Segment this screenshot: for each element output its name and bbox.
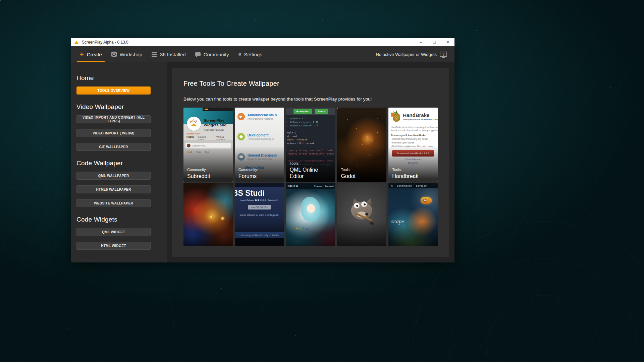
gif-wallpaper-button[interactable]: GIF WALLPAPER bbox=[76, 143, 151, 151]
sidebar-section-home: Home TOOLS OVERVIEW bbox=[76, 74, 167, 95]
sidebar-heading-code-widgets: Code Widgets bbox=[76, 216, 167, 223]
card-category: Tools: bbox=[290, 161, 334, 165]
card-shade bbox=[235, 183, 284, 246]
card-shade bbox=[286, 183, 335, 246]
card-label: Tools: QML Online Editor bbox=[290, 161, 334, 179]
card-title: Forums bbox=[238, 173, 282, 179]
nav-community-label: Community bbox=[204, 52, 229, 57]
card-obs-studio[interactable]: BS Studi Latest Release 26.0.2 - October… bbox=[235, 183, 284, 246]
qml-wallpaper-button[interactable]: QML WALLPAPER bbox=[76, 172, 151, 180]
nav-tab-installed[interactable]: 36 Installed bbox=[147, 46, 191, 62]
monitor-count-badge: 0 bbox=[442, 53, 444, 56]
maximize-button[interactable]: □ bbox=[428, 38, 441, 46]
sidebar-section-code-widgets: Code Widgets QML WIDGET HTML WIDGET bbox=[76, 216, 167, 250]
video-import-webm-button[interactable]: VIDEO IMPORT (.WEBM) bbox=[76, 129, 151, 137]
card-title: QML Online Editor bbox=[290, 167, 334, 179]
screenplay-window: ScreenPlay Alpha - 0.13.0 – □ × + Create… bbox=[71, 38, 454, 262]
card-title: Godot bbox=[341, 173, 385, 179]
monitor-icon: 0 bbox=[440, 52, 447, 57]
card-label: Tools: Handbreak bbox=[392, 168, 436, 179]
card-shade bbox=[183, 183, 233, 246]
sidebar-section-code-wallpaper: Code Wallpaper QML WALLPAPER HTML5 WALLP… bbox=[76, 160, 167, 207]
content-area: Free Tools To Create Wallpaper Below you… bbox=[167, 62, 454, 262]
desktop-stars-decoration bbox=[0, 0, 1, 1]
card-gimp[interactable]: Tools: bbox=[337, 183, 386, 246]
nav-create-label: Create bbox=[87, 52, 102, 57]
card-subreddit[interactable]: play Update icon ScreenPlay - Widgets an… bbox=[183, 108, 233, 182]
close-button[interactable]: × bbox=[441, 38, 454, 46]
nav-tab-community[interactable]: Community bbox=[191, 46, 234, 62]
card-inkscape[interactable]: N CONTRIBUTE DEVELOP scape Tools: bbox=[388, 183, 438, 246]
steam-workshop-icon bbox=[111, 52, 117, 57]
card-krita[interactable]: KRITA Features Download Tools: bbox=[286, 183, 335, 246]
tool-card-grid: play Update icon ScreenPlay - Widgets an… bbox=[183, 108, 438, 246]
video-import-convert-button[interactable]: VIDEO IMPORT AND CONVERT (ALL TYPES) bbox=[76, 115, 151, 123]
card-category: Community: bbox=[187, 168, 231, 172]
card-category: Tools: bbox=[392, 168, 436, 172]
window-controls: – □ × bbox=[414, 38, 454, 46]
card-godot[interactable]: Tools: Godot bbox=[337, 108, 386, 182]
page-title: Free Tools To Create Wallpaper bbox=[183, 80, 438, 87]
screenplay-logo-icon bbox=[74, 41, 79, 44]
card-title: Subreddit bbox=[187, 173, 231, 179]
tools-overview-button[interactable]: TOOLS OVERVIEW bbox=[76, 86, 151, 95]
card-qml-online-editor[interactable]: Examples Share t QtQuick 2.7 t QtQuick.L… bbox=[286, 108, 335, 182]
installed-stack-icon bbox=[152, 52, 157, 57]
card-category: Tools: bbox=[341, 168, 385, 172]
app-body: Home TOOLS OVERVIEW Video Wallpaper VIDE… bbox=[71, 62, 454, 262]
card-label: Community: Forums bbox=[238, 168, 282, 179]
card-label: Community: Subreddit bbox=[187, 168, 231, 179]
tools-panel: Free Tools To Create Wallpaper Below you… bbox=[172, 68, 449, 257]
card-handbrake[interactable]: HandBrake The open source video transcod… bbox=[388, 108, 438, 182]
chat-bubble-icon bbox=[195, 52, 201, 56]
window-title: ScreenPlay Alpha - 0.13.0 bbox=[82, 40, 128, 45]
qml-widget-button[interactable]: QML WIDGET bbox=[76, 228, 151, 236]
gear-icon bbox=[238, 53, 241, 56]
sidebar-heading-home: Home bbox=[76, 74, 167, 82]
active-wallpaper-status: No active Wallpaper or Widgets 0 bbox=[376, 52, 447, 57]
card-shade bbox=[388, 183, 438, 246]
nav-bar: + Create Workshop 36 Installed Community… bbox=[71, 46, 454, 62]
status-text: No active Wallpaper or Widgets bbox=[376, 52, 437, 57]
card-shade bbox=[337, 183, 386, 246]
nav-tab-create[interactable]: + Create bbox=[75, 46, 107, 62]
website-wallpaper-button[interactable]: WEBSITE WALLPAPER bbox=[76, 199, 151, 207]
sidebar-section-video-wallpaper: Video Wallpaper VIDEO IMPORT AND CONVERT… bbox=[76, 103, 167, 151]
sidebar-heading-code-wallpaper: Code Wallpaper bbox=[76, 160, 167, 167]
minimize-button[interactable]: – bbox=[414, 38, 428, 46]
html-widget-button[interactable]: HTML WIDGET bbox=[76, 242, 151, 250]
nav-tab-settings[interactable]: Settings bbox=[234, 46, 267, 62]
card-category: Community: bbox=[238, 168, 282, 172]
nav-tab-workshop[interactable]: Workshop bbox=[107, 46, 147, 62]
plus-icon: + bbox=[80, 51, 84, 58]
sidebar-heading-video-wallpaper: Video Wallpaper bbox=[76, 103, 167, 111]
desktop: ScreenPlay Alpha - 0.13.0 – □ × + Create… bbox=[0, 0, 644, 362]
card-label: Tools: Godot bbox=[341, 168, 385, 179]
title-bar[interactable]: ScreenPlay Alpha - 0.13.0 – □ × bbox=[71, 38, 454, 46]
nav-settings-label: Settings bbox=[244, 52, 262, 57]
page-subtitle: Below you can find tools to create walla… bbox=[183, 97, 438, 102]
card-title: Handbreak bbox=[392, 173, 436, 179]
card-forums[interactable]: Announcements & Announcements regarding … bbox=[235, 108, 284, 182]
title-divider bbox=[183, 91, 438, 91]
html5-wallpaper-button[interactable]: HTML5 WALLPAPER bbox=[76, 185, 151, 193]
nav-workshop-label: Workshop bbox=[120, 52, 142, 57]
nav-installed-label: 36 Installed bbox=[160, 52, 186, 57]
card-artwork-tool[interactable]: Tools: bbox=[183, 183, 233, 246]
sidebar: Home TOOLS OVERVIEW Video Wallpaper VIDE… bbox=[71, 62, 167, 262]
